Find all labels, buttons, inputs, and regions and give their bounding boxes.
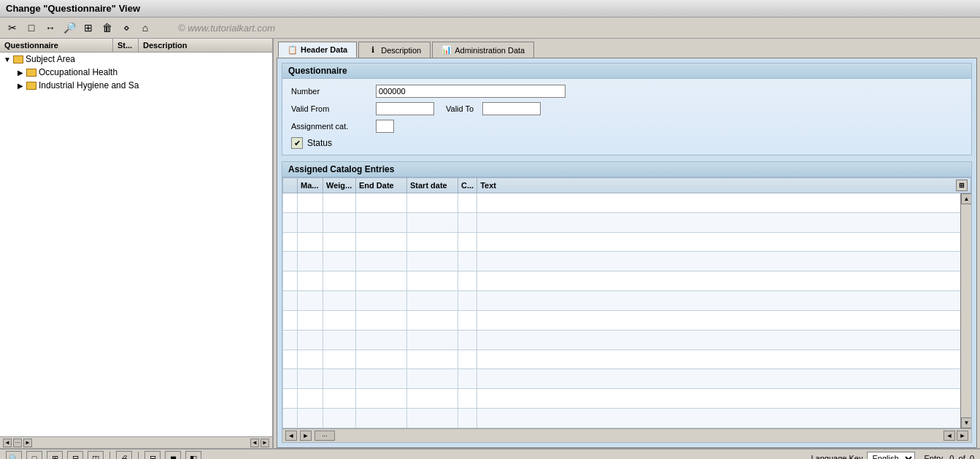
row-text[interactable] <box>477 389 971 409</box>
row-end[interactable] <box>356 271 407 291</box>
row-ma[interactable] <box>298 409 323 428</box>
row-start[interactable] <box>407 409 458 428</box>
table-row[interactable] <box>283 350 971 369</box>
tree-content[interactable]: ▼ Subject Area ▶ Occupational Health ▶ I… <box>0 53 272 436</box>
row-c[interactable] <box>458 330 477 350</box>
row-start[interactable] <box>407 330 458 350</box>
row-text[interactable] <box>477 212 971 232</box>
row-weig[interactable] <box>323 252 356 271</box>
flag-btn[interactable]: ⋄ <box>118 20 134 36</box>
row-ma[interactable] <box>298 330 323 350</box>
row-c[interactable] <box>458 271 477 291</box>
row-ma[interactable] <box>298 369 323 389</box>
row-end[interactable] <box>356 369 407 389</box>
row-start[interactable] <box>407 193 458 213</box>
tab-admin-data[interactable]: 📊 Administration Data <box>432 42 534 58</box>
copy-btn[interactable]: ⊞ <box>80 20 96 36</box>
row-c[interactable] <box>458 369 477 389</box>
row-ma[interactable] <box>298 271 323 291</box>
row-weig[interactable] <box>323 310 356 330</box>
status-minus-btn[interactable]: ⊟ <box>144 451 161 459</box>
row-start[interactable] <box>407 271 458 291</box>
row-start[interactable] <box>407 369 458 389</box>
row-ma[interactable] <box>298 232 323 252</box>
row-c[interactable] <box>458 212 477 232</box>
row-ma[interactable] <box>298 212 323 232</box>
row-start[interactable] <box>407 212 458 232</box>
scroll-up-btn[interactable]: ▲ <box>961 193 971 204</box>
row-start[interactable] <box>407 291 458 311</box>
row-text[interactable] <box>477 369 971 389</box>
tree-dots[interactable]: ··· <box>13 439 22 447</box>
row-weig[interactable] <box>323 291 356 311</box>
row-start[interactable] <box>407 310 458 330</box>
table-row[interactable] <box>283 232 971 252</box>
cut-btn[interactable]: ✂ <box>4 20 20 36</box>
row-c[interactable] <box>458 232 477 252</box>
row-weig[interactable] <box>323 232 356 252</box>
row-start[interactable] <box>407 232 458 252</box>
table-row[interactable] <box>283 409 971 428</box>
row-text[interactable] <box>477 310 971 330</box>
language-select[interactable]: English German French Spanish <box>867 452 915 459</box>
scrollbar-vertical[interactable]: ▲ ▼ <box>960 193 971 428</box>
status-checkbox[interactable]: ✔ <box>291 137 303 149</box>
delete-btn[interactable]: 🗑 <box>99 20 115 36</box>
nav-right-btn[interactable]: ► <box>300 431 312 441</box>
row-weig[interactable] <box>323 212 356 232</box>
row-weig[interactable] <box>323 369 356 389</box>
number-input[interactable] <box>376 85 566 98</box>
tree-item-occupational-health[interactable]: ▶ Occupational Health <box>0 66 272 79</box>
col-start-header[interactable]: Start date <box>407 178 458 193</box>
row-c[interactable] <box>458 310 477 330</box>
row-end[interactable] <box>356 252 407 271</box>
row-start[interactable] <box>407 350 458 369</box>
row-c[interactable] <box>458 252 477 271</box>
table-row[interactable] <box>283 212 971 232</box>
status-box-btn[interactable]: ◫ <box>88 451 104 459</box>
expand-subject-area-icon[interactable]: ▼ <box>3 55 12 63</box>
assignment-cat-input[interactable] <box>376 120 394 133</box>
col-settings-btn[interactable]: ⊞ <box>956 180 968 191</box>
table-row[interactable] <box>283 291 971 311</box>
nav-ellipsis-btn[interactable]: ··· <box>315 431 335 441</box>
table-row[interactable] <box>283 271 971 291</box>
nav-scroll-left-btn[interactable]: ◄ <box>944 431 955 441</box>
scroll-down-btn[interactable]: ▼ <box>961 417 971 428</box>
row-c[interactable] <box>458 389 477 409</box>
table-row[interactable] <box>283 330 971 350</box>
home-btn[interactable]: ⌂ <box>137 20 153 36</box>
table-row[interactable] <box>283 252 971 271</box>
tree-item-subject-area[interactable]: ▼ Subject Area <box>0 53 272 66</box>
row-end[interactable] <box>356 350 407 369</box>
nav-scroll-right-btn[interactable]: ► <box>957 431 968 441</box>
tree-left-arrow[interactable]: ◄ <box>3 439 12 447</box>
status-save-btn[interactable]: ◧ <box>185 451 201 459</box>
valid-to-input[interactable] <box>482 102 541 115</box>
status-block-btn[interactable]: ◼ <box>165 451 181 459</box>
row-text[interactable] <box>477 232 971 252</box>
row-ma[interactable] <box>298 193 323 213</box>
nav-left-btn[interactable]: ◄ <box>285 431 297 441</box>
expand-industrial-icon[interactable]: ▶ <box>16 81 25 90</box>
find-btn[interactable]: 🔎 <box>61 20 77 36</box>
row-weig[interactable] <box>323 271 356 291</box>
expand-occupational-icon[interactable]: ▶ <box>16 68 25 77</box>
row-weig[interactable] <box>323 350 356 369</box>
row-weig[interactable] <box>323 330 356 350</box>
row-end[interactable] <box>356 232 407 252</box>
col-end-header[interactable]: End Date <box>356 178 407 193</box>
row-c[interactable] <box>458 350 477 369</box>
status-copy-btn[interactable]: ⊞ <box>47 451 63 459</box>
tree-scroll-right[interactable]: ◄ ► <box>250 439 269 447</box>
row-text[interactable] <box>477 330 971 350</box>
table-row[interactable] <box>283 193 971 213</box>
row-text[interactable] <box>477 350 971 369</box>
row-ma[interactable] <box>298 389 323 409</box>
tree-right-arrow3[interactable]: ► <box>261 439 269 447</box>
table-row[interactable] <box>283 389 971 409</box>
row-end[interactable] <box>356 212 407 232</box>
status-search-btn[interactable]: 🔍 <box>6 451 22 459</box>
row-start[interactable] <box>407 252 458 271</box>
row-c[interactable] <box>458 409 477 428</box>
